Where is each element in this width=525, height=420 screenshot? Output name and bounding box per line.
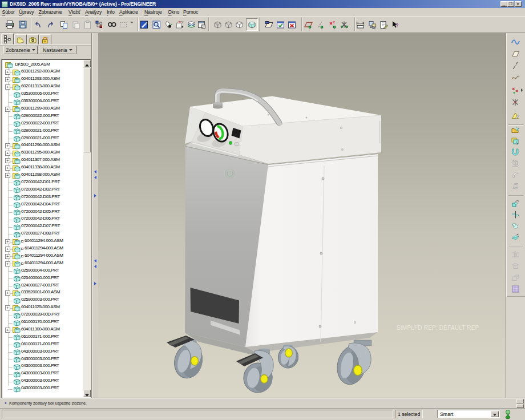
svg-text:88: 88 [179,20,181,23]
svg-text:SIMPLFD REP: DEFAULT REP: SIMPLFD REP: DEFAULT REP [397,325,479,331]
svg-text:?: ? [396,22,399,29]
